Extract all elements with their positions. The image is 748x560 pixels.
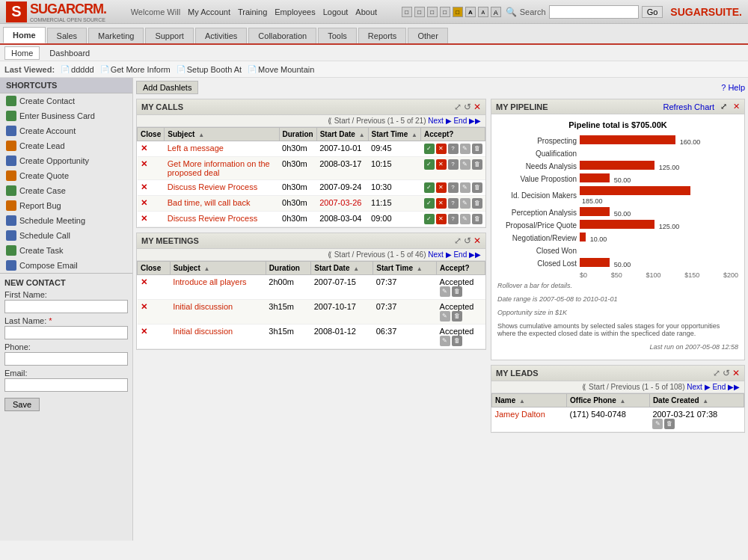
meetings-edit-1[interactable]: ✎ [440,311,450,321]
nav-tab-collaboration[interactable]: Collaboration [248,28,316,43]
pipeline-close-icon[interactable]: ✕ [733,102,740,111]
meetings-del-0[interactable]: 🗑 [452,286,462,297]
calls-accept-check-3[interactable]: ✓ [424,198,435,209]
sub-tab-home[interactable]: Home [4,46,40,60]
lv-item-2[interactable]: 📄 Setup Booth At [177,65,242,74]
shortcut-report-bug[interactable]: Report Bug [0,198,132,213]
shortcut-create-lead[interactable]: Create Lead [0,138,132,153]
training-link[interactable]: Training [238,7,267,16]
shortcut-create-quote[interactable]: Create Quote [0,168,132,183]
meetings-del-1[interactable]: 🗑 [452,311,462,321]
nav-tab-other[interactable]: Other [408,28,448,43]
calls-close-btn-4[interactable]: ✕ [141,214,147,223]
calls-close-btn-3[interactable]: ✕ [141,198,147,207]
bar-3[interactable] [580,173,610,182]
calls-subject-link-2[interactable]: Discuss Review Process [168,182,257,191]
my-meetings-next[interactable]: Next ▶ [428,250,451,259]
bar-0[interactable] [580,135,675,144]
calls-close-btn-1[interactable]: ✕ [141,159,147,168]
refresh-chart-button[interactable]: Refresh Chart [663,102,714,111]
my-calls-end[interactable]: End ▶▶ [453,117,481,125]
meetings-col-starttime[interactable]: Start Time ▲ [373,262,437,275]
lv-item-1[interactable]: 📄 Get More Inform [100,65,171,74]
search-input[interactable] [549,5,639,19]
calls-accept-x-2[interactable]: ✕ [436,182,447,193]
lv-item-3[interactable]: 📄 Move Mountain [248,65,314,74]
calls-accept-q-2[interactable]: ? [448,182,459,193]
meetings-del-2[interactable]: 🗑 [452,336,462,346]
meetings-subject-link-0[interactable]: Introduce all players [173,277,246,286]
calls-close-btn-0[interactable]: ✕ [141,144,147,153]
email-input[interactable] [4,378,128,392]
lead-name-link-0[interactable]: Jamey Dalton [495,410,545,419]
meetings-edit-2[interactable]: ✎ [440,336,450,346]
calls-del-4[interactable]: 🗑 [472,214,482,224]
my-calls-refresh-icon[interactable]: ↺ [464,102,471,112]
bar-6[interactable] [580,220,654,229]
calls-col-startdate[interactable]: Start Date ▲ [316,128,368,141]
nav-tab-sales[interactable]: Sales [47,28,88,43]
shortcut-create-opportunity[interactable]: Create Opportunity [0,153,132,168]
shortcut-enter-business-card[interactable]: Enter Business Card [0,108,132,123]
shortcut-create-contact[interactable]: Create Contact [0,93,132,108]
nav-tab-home[interactable]: Home [3,27,46,43]
shortcut-create-account[interactable]: Create Account [0,123,132,138]
sub-tab-dashboard[interactable]: Dashboard [43,46,96,60]
calls-accept-q-3[interactable]: ? [448,198,459,209]
my-meetings-end[interactable]: End ▶▶ [453,250,481,259]
employees-link[interactable]: Employees [275,7,315,16]
wc-5[interactable]: □ [453,7,463,17]
my-calls-resize-icon[interactable]: ⤢ [454,102,462,112]
calls-accept-check-0[interactable]: ✓ [424,144,435,154]
my-calls-close-icon[interactable]: ✕ [473,102,481,112]
calls-col-starttime[interactable]: Start Time ▲ [368,128,420,141]
my-calls-next[interactable]: Next ▶ [428,117,451,125]
calls-accept-q-1[interactable]: ? [448,159,459,170]
calls-accept-x-0[interactable]: ✕ [436,144,447,154]
shortcut-schedule-meeting[interactable]: Schedule Meeting [0,213,132,228]
save-button[interactable]: Save [4,398,40,411]
leads-col-phone[interactable]: Office Phone ▲ [567,394,650,407]
meetings-close-btn-1[interactable]: ✕ [141,302,147,311]
pipeline-expand-icon[interactable]: ⤢ [720,102,727,111]
calls-accept-x-1[interactable]: ✕ [436,159,447,170]
calls-accept-q-0[interactable]: ? [448,144,459,154]
lv-item-0[interactable]: 📄 ddddd [61,65,94,74]
nav-tab-activities[interactable]: Activities [195,28,247,43]
calls-del-1[interactable]: 🗑 [472,159,482,170]
calls-subject-link-1[interactable]: Get More information on the proposed dea… [168,159,270,177]
help-link[interactable]: ? Help [721,83,745,92]
calls-edit-0[interactable]: ✎ [460,144,470,154]
meetings-col-startdate[interactable]: Start Date ▲ [311,262,373,275]
bar-5[interactable] [580,207,610,216]
meetings-subject-link-2[interactable]: Initial discussion [173,327,233,336]
calls-accept-check-4[interactable]: ✓ [424,214,435,224]
nav-tab-reports[interactable]: Reports [358,28,407,43]
lead-del-0[interactable]: 🗑 [664,419,675,429]
calls-edit-4[interactable]: ✎ [460,214,470,224]
leads-col-name[interactable]: Name ▲ [492,394,567,407]
shortcut-create-case[interactable]: Create Case [0,183,132,198]
calls-del-2[interactable]: 🗑 [472,182,482,193]
calls-accept-x-3[interactable]: ✕ [436,198,447,209]
calls-del-0[interactable]: 🗑 [472,144,482,154]
last-name-input[interactable] [4,326,128,339]
calls-accept-x-4[interactable]: ✕ [436,214,447,224]
calls-accept-check-2[interactable]: ✓ [424,182,435,193]
shortcut-schedule-call[interactable]: Schedule Call [0,228,132,243]
my-leads-next[interactable]: Next ▶ [687,383,710,391]
leads-col-date[interactable]: Date Created ▲ [649,394,744,407]
shortcut-compose-email[interactable]: Compose Email [0,258,132,273]
bar-7[interactable] [580,233,586,241]
nav-tab-marketing[interactable]: Marketing [88,28,144,43]
wc-7[interactable]: A [478,7,488,17]
lead-edit-0[interactable]: ✎ [652,419,663,429]
meetings-close-btn-2[interactable]: ✕ [141,327,147,336]
wc-3[interactable]: □ [427,7,438,17]
first-name-input[interactable] [4,300,128,313]
my-leads-resize-icon[interactable]: ⤢ [713,368,720,378]
calls-edit-3[interactable]: ✎ [460,198,470,209]
meetings-col-subject[interactable]: Subject ▲ [170,262,266,275]
meetings-subject-link-1[interactable]: Initial discussion [173,302,233,311]
wc-6[interactable]: A [465,7,476,17]
